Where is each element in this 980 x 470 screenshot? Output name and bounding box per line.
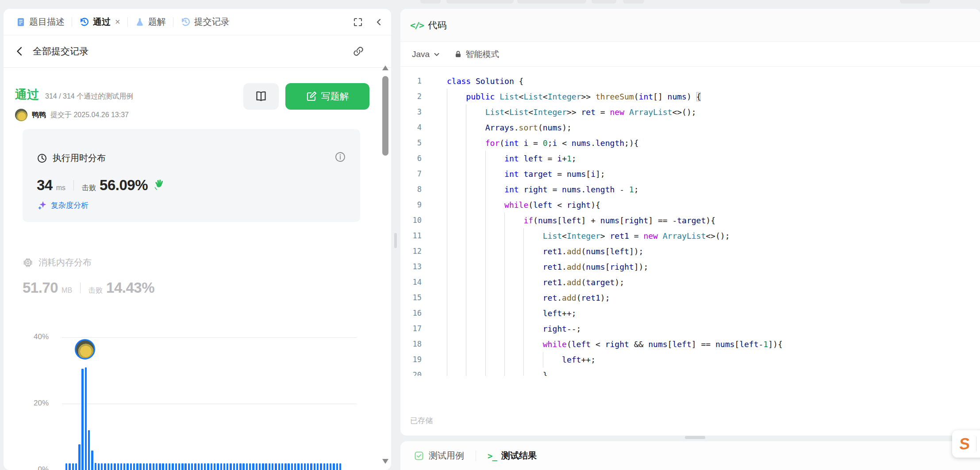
histogram-bar[interactable]: [294, 463, 296, 470]
histogram-bar[interactable]: [278, 463, 280, 470]
histogram-bar[interactable]: [72, 463, 74, 470]
histogram-bar[interactable]: [236, 463, 238, 470]
histogram-bar[interactable]: [181, 463, 183, 470]
histogram-bar[interactable]: [169, 463, 170, 470]
fullscreen-icon[interactable]: [353, 17, 363, 27]
write-solution-button[interactable]: 写题解: [285, 83, 369, 110]
histogram-bar[interactable]: [114, 463, 115, 470]
histogram-bar[interactable]: [252, 463, 254, 470]
code-line[interactable]: 13 ret1.add(nums[right]);: [400, 259, 980, 275]
histogram-bar[interactable]: [211, 463, 212, 470]
tab-solutions[interactable]: 题解: [131, 9, 170, 35]
tab-submissions[interactable]: 提交记录: [176, 9, 234, 35]
histogram-bar[interactable]: [133, 463, 135, 470]
histogram-bar[interactable]: [188, 463, 190, 470]
histogram-bar[interactable]: [139, 463, 141, 470]
code-line[interactable]: 10 if(nums[left] + nums[right] == -targe…: [400, 213, 980, 228]
histogram-bar[interactable]: [204, 463, 206, 470]
histogram-bar[interactable]: [214, 463, 215, 470]
code-line[interactable]: 12 ret1.add(nums[left]);: [400, 244, 980, 259]
code-line[interactable]: 18 while(left < right && nums[left] == n…: [400, 336, 980, 352]
histogram-bar[interactable]: [104, 463, 106, 470]
histogram-bar[interactable]: [207, 463, 209, 470]
code-editor[interactable]: 1class Solution {2 public List<List<Inte…: [400, 67, 980, 376]
histogram-bar[interactable]: [272, 463, 273, 470]
username[interactable]: 鸭鸭: [32, 111, 46, 120]
runtime-histogram[interactable]: [65, 337, 349, 470]
chart-user-marker[interactable]: [75, 339, 95, 359]
histogram-bar[interactable]: [242, 463, 244, 470]
left-panel-scrollbar[interactable]: [380, 57, 390, 470]
scrollbar-thumb[interactable]: [382, 76, 388, 156]
histogram-bar[interactable]: [265, 463, 267, 470]
histogram-bar[interactable]: [111, 463, 112, 470]
complexity-analysis-link[interactable]: 复杂度分析: [37, 200, 88, 210]
code-line[interactable]: 4 Arrays.sort(nums);: [400, 120, 980, 135]
histogram-bar[interactable]: [256, 463, 257, 470]
histogram-bar[interactable]: [117, 463, 119, 470]
histogram-bar[interactable]: [201, 463, 203, 470]
histogram-bar[interactable]: [149, 463, 151, 470]
histogram-bar[interactable]: [194, 463, 196, 470]
histogram-bar[interactable]: [333, 463, 334, 470]
histogram-bar[interactable]: [297, 463, 299, 470]
histogram-bar[interactable]: [339, 463, 341, 470]
code-line[interactable]: 2 public List<List<Integer>> threeSum(in…: [400, 89, 980, 104]
histogram-bar[interactable]: [85, 367, 87, 470]
histogram-bar[interactable]: [146, 463, 148, 470]
histogram-bar[interactable]: [262, 463, 264, 470]
histogram-bar[interactable]: [310, 463, 312, 470]
runtime-distribution-card[interactable]: 执行用时分布 34 ms 击败 56.09% 复杂度分析: [23, 129, 360, 222]
histogram-bar[interactable]: [78, 444, 80, 470]
tab-testresult[interactable]: >_ 测试结果: [485, 450, 539, 462]
histogram-bar[interactable]: [249, 463, 251, 470]
histogram-bar[interactable]: [88, 430, 90, 470]
tab-testcase[interactable]: 测试用例: [411, 450, 467, 462]
memory-title[interactable]: 消耗内存分布: [38, 256, 92, 268]
histogram-bar[interactable]: [220, 463, 222, 470]
histogram-bar[interactable]: [291, 463, 293, 470]
histogram-bar[interactable]: [143, 463, 145, 470]
code-line[interactable]: 20 }: [400, 367, 980, 376]
histogram-bar[interactable]: [153, 463, 154, 470]
histogram-bar[interactable]: [320, 463, 322, 470]
histogram-bar[interactable]: [233, 463, 235, 470]
code-line[interactable]: 19 left++;: [400, 352, 980, 367]
close-icon[interactable]: ×: [115, 17, 120, 27]
histogram-bar[interactable]: [239, 463, 241, 470]
scroll-up-arrow[interactable]: [382, 65, 388, 70]
histogram-bar[interactable]: [217, 463, 219, 470]
histogram-bar[interactable]: [269, 463, 270, 470]
code-line[interactable]: 6 int left = i+1;: [400, 151, 980, 166]
histogram-bar[interactable]: [223, 463, 225, 470]
code-line[interactable]: 16 left++;: [400, 306, 980, 321]
collapse-panel-icon[interactable]: [374, 18, 383, 27]
histogram-bar[interactable]: [307, 463, 309, 470]
histogram-bar[interactable]: [281, 463, 283, 470]
link-icon[interactable]: [352, 45, 365, 57]
code-line[interactable]: 11 List<Integer> ret1 = new ArrayList<>(…: [400, 228, 980, 244]
histogram-bar[interactable]: [246, 463, 248, 470]
histogram-bar[interactable]: [288, 463, 289, 470]
histogram-bar[interactable]: [172, 463, 173, 470]
histogram-bar[interactable]: [65, 463, 67, 470]
histogram-bar[interactable]: [230, 463, 231, 470]
info-icon[interactable]: [334, 151, 346, 163]
smart-mode-toggle[interactable]: 智能模式: [454, 49, 499, 60]
histogram-bar[interactable]: [175, 463, 177, 470]
histogram-bar[interactable]: [136, 463, 138, 470]
histogram-bar[interactable]: [91, 451, 93, 470]
histogram-bar[interactable]: [101, 463, 103, 470]
histogram-bar[interactable]: [301, 463, 303, 470]
histogram-bar[interactable]: [159, 463, 161, 470]
histogram-bar[interactable]: [165, 463, 167, 470]
histogram-bar[interactable]: [317, 463, 319, 470]
histogram-bar[interactable]: [327, 463, 328, 470]
histogram-bar[interactable]: [191, 463, 193, 470]
histogram-bar[interactable]: [98, 463, 100, 470]
code-line[interactable]: 9 while(left < right){: [400, 197, 980, 213]
back-title[interactable]: 全部提交记录: [33, 45, 88, 57]
histogram-bar[interactable]: [120, 463, 122, 470]
histogram-bar[interactable]: [162, 463, 164, 470]
histogram-bar[interactable]: [304, 463, 306, 470]
